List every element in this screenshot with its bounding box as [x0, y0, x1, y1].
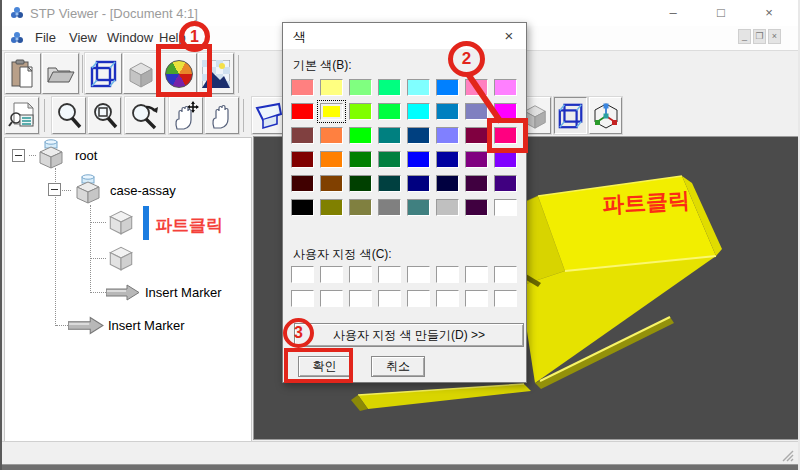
basic-color-swatch[interactable]: [291, 79, 314, 96]
basic-color-swatch[interactable]: [291, 199, 314, 216]
custom-color-swatch[interactable]: [291, 266, 314, 283]
basic-color-swatch[interactable]: [291, 175, 314, 192]
basic-color-swatch[interactable]: [436, 103, 459, 120]
rotate-view-button[interactable]: [205, 97, 239, 134]
pan-button[interactable]: [169, 97, 203, 134]
basic-color-swatch[interactable]: [378, 79, 401, 96]
basic-color-swatch[interactable]: [436, 175, 459, 192]
basic-color-swatch[interactable]: [378, 151, 401, 168]
custom-color-swatch[interactable]: [465, 266, 488, 283]
basic-color-swatch[interactable]: [349, 103, 372, 120]
basic-color-swatch[interactable]: [320, 103, 343, 120]
paste-button[interactable]: [5, 53, 41, 94]
menu-file[interactable]: File: [35, 30, 56, 45]
custom-color-swatch[interactable]: [436, 290, 459, 307]
basic-color-swatch[interactable]: [407, 79, 430, 96]
basic-color-swatch[interactable]: [465, 199, 488, 216]
custom-color-swatch[interactable]: [378, 290, 401, 307]
close-button[interactable]: ×: [754, 2, 784, 24]
basic-color-swatch[interactable]: [378, 127, 401, 144]
part-cube-icon[interactable]: [107, 207, 135, 237]
tree-node-marker2[interactable]: Insert Marker: [108, 318, 185, 333]
basic-color-swatch[interactable]: [378, 175, 401, 192]
basic-color-swatch[interactable]: [407, 199, 430, 216]
custom-color-swatch[interactable]: [494, 290, 517, 307]
menu-view[interactable]: View: [69, 30, 97, 45]
annotation-box-pink-swatch: [487, 118, 528, 153]
basic-color-swatch[interactable]: [349, 175, 372, 192]
basic-color-swatch[interactable]: [349, 79, 372, 96]
basic-color-swatch[interactable]: [291, 103, 314, 120]
tree-collapse-root[interactable]: [12, 149, 25, 162]
wireframe-view-button[interactable]: [85, 53, 122, 94]
basic-color-swatch[interactable]: [320, 175, 343, 192]
basic-color-swatch[interactable]: [378, 103, 401, 120]
shaded-view-button[interactable]: [123, 53, 159, 94]
zoom-button[interactable]: [52, 97, 86, 134]
custom-color-swatch[interactable]: [320, 290, 343, 307]
mdi-minimize-button[interactable]: _: [738, 29, 751, 44]
mdi-restore-button[interactable]: ❐: [753, 29, 766, 44]
basic-color-swatch[interactable]: [320, 151, 343, 168]
custom-color-swatch[interactable]: [494, 266, 517, 283]
basic-color-swatch[interactable]: [407, 151, 430, 168]
custom-color-swatch[interactable]: [291, 290, 314, 307]
status-bar: [2, 441, 798, 464]
clip-plane-button[interactable]: [252, 97, 286, 134]
basic-color-swatch[interactable]: [494, 199, 517, 216]
cancel-button[interactable]: 취소: [371, 356, 425, 377]
wireframe-mode-button[interactable]: [554, 97, 587, 134]
basic-color-swatch[interactable]: [320, 79, 343, 96]
mdi-close-button[interactable]: ×: [768, 29, 781, 44]
basic-color-swatch[interactable]: [349, 199, 372, 216]
tree-node-root[interactable]: root: [75, 148, 97, 163]
resize-grip[interactable]: [780, 448, 794, 462]
basic-color-swatch[interactable]: [436, 199, 459, 216]
basic-color-swatch[interactable]: [465, 175, 488, 192]
custom-color-swatch[interactable]: [436, 266, 459, 283]
tree-node-marker1[interactable]: Insert Marker: [145, 285, 222, 300]
custom-color-swatch[interactable]: [349, 290, 372, 307]
basic-color-swatch[interactable]: [465, 127, 488, 144]
custom-color-swatch[interactable]: [349, 266, 372, 283]
tree-node-assembly[interactable]: case-assay: [110, 183, 176, 198]
marker-arrow-icon[interactable]: [68, 316, 104, 335]
dialog-close-icon[interactable]: ×: [498, 26, 520, 46]
open-button[interactable]: [42, 53, 79, 94]
basic-color-swatch[interactable]: [320, 127, 343, 144]
basic-color-swatch[interactable]: [436, 151, 459, 168]
marker-arrow-icon[interactable]: [106, 284, 140, 301]
basic-color-swatch[interactable]: [494, 175, 517, 192]
define-custom-colors-button[interactable]: 사용자 지정 색 만들기(D) >>: [294, 323, 524, 347]
color-dialog-titlebar[interactable]: 색 ×: [283, 23, 526, 49]
basic-color-swatch[interactable]: [320, 199, 343, 216]
basic-color-swatch[interactable]: [407, 103, 430, 120]
model-tree-button[interactable]: [5, 97, 39, 134]
basic-color-swatch[interactable]: [407, 127, 430, 144]
basic-color-swatch[interactable]: [291, 151, 314, 168]
custom-color-swatch[interactable]: [320, 266, 343, 283]
basic-color-swatch[interactable]: [436, 79, 459, 96]
basic-color-swatch[interactable]: [494, 79, 517, 96]
tree-collapse-assembly[interactable]: [48, 183, 61, 196]
custom-color-swatch[interactable]: [407, 290, 430, 307]
minimize-button[interactable]: –: [658, 2, 688, 24]
zoom-window-button[interactable]: [88, 97, 121, 134]
menu-window[interactable]: Window: [107, 30, 153, 45]
basic-color-swatch[interactable]: [494, 151, 517, 168]
maximize-button[interactable]: □: [706, 2, 736, 24]
custom-color-swatch[interactable]: [407, 266, 430, 283]
basic-color-swatch[interactable]: [465, 103, 488, 120]
axis-button[interactable]: [589, 97, 622, 134]
basic-color-swatch[interactable]: [349, 151, 372, 168]
zoom-rotate-button[interactable]: [125, 97, 165, 134]
custom-color-swatch[interactable]: [465, 290, 488, 307]
basic-color-swatch[interactable]: [291, 127, 314, 144]
part-cube-icon[interactable]: [107, 243, 135, 273]
custom-color-swatch[interactable]: [378, 266, 401, 283]
basic-color-swatch[interactable]: [465, 151, 488, 168]
basic-color-swatch[interactable]: [436, 127, 459, 144]
basic-color-swatch[interactable]: [407, 175, 430, 192]
basic-color-swatch[interactable]: [349, 127, 372, 144]
basic-color-swatch[interactable]: [378, 199, 401, 216]
